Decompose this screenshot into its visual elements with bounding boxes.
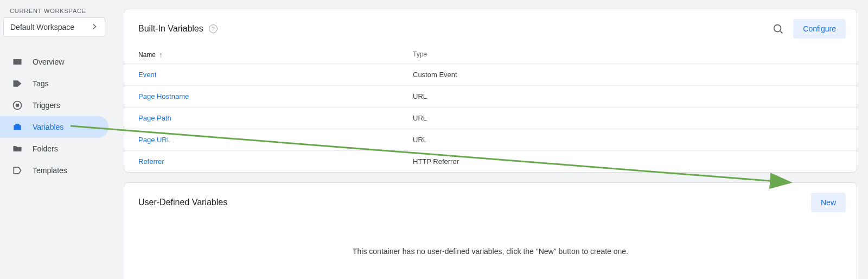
sidebar-item-templates[interactable]: Templates [0,160,108,181]
table-row[interactable]: Page URL URL [124,129,857,151]
variable-name-link[interactable]: Event [138,71,413,79]
sidebar-item-tags[interactable]: Tags [0,73,108,94]
trigger-icon [12,100,23,111]
table-row[interactable]: Page Hostname URL [124,86,857,107]
overview-icon [12,56,23,67]
sidebar-item-variables[interactable]: Variables [0,116,108,138]
variable-name-link[interactable]: Page URL [138,136,413,144]
main-content: Built-In Variables ? Configure Name ↑ Ty… [108,0,868,279]
variable-type: HTTP Referrer [413,157,843,166]
sidebar-item-label: Overview [33,58,64,66]
builtin-title: Built-In Variables [138,24,203,34]
table-row[interactable]: Event Custom Event [124,64,857,86]
variable-type: URL [413,136,843,144]
svg-point-3 [774,25,781,32]
empty-state-message: This container has no user-defined varia… [124,220,857,279]
configure-button[interactable]: Configure [793,19,846,39]
column-type-header[interactable]: Type [413,50,843,59]
svg-line-4 [780,31,782,33]
table-header: Name ↑ Type [124,46,857,64]
workspace-selector[interactable]: Default Workspace [3,17,105,37]
variable-name-link[interactable]: Page Hostname [138,92,413,100]
variable-type: Custom Event [413,71,843,79]
svg-rect-0 [14,59,22,65]
sort-ascending-icon: ↑ [159,50,163,59]
sidebar-item-label: Folders [33,144,58,153]
tag-icon [12,78,23,89]
sidebar-item-label: Templates [33,166,67,175]
workspace-name: Default Workspace [10,23,74,31]
variables-icon [12,122,23,132]
help-icon[interactable]: ? [209,24,218,33]
sidebar-item-folders[interactable]: Folders [0,138,108,160]
column-name-label: Name [138,51,156,59]
user-defined-title: User-Defined Variables [138,198,227,207]
builtin-variables-card: Built-In Variables ? Configure Name ↑ Ty… [124,9,857,173]
svg-point-2 [16,104,19,107]
variable-name-link[interactable]: Referrer [138,157,413,166]
sidebar-item-label: Variables [33,123,63,131]
sidebar: CURRENT WORKSPACE Default Workspace Over… [0,0,108,279]
sidebar-item-triggers[interactable]: Triggers [0,94,108,116]
workspace-section-label: CURRENT WORKSPACE [0,5,108,17]
table-row[interactable]: Page Path URL [124,107,857,129]
template-icon [12,165,23,176]
folder-icon [12,143,23,154]
table-row[interactable]: Referrer HTTP Referrer [124,151,857,172]
new-button[interactable]: New [811,193,846,212]
sidebar-item-overview[interactable]: Overview [0,51,108,73]
search-button[interactable] [768,19,788,39]
variable-type: URL [413,114,843,122]
column-name-header[interactable]: Name ↑ [138,50,413,59]
variable-name-link[interactable]: Page Path [138,114,413,122]
sidebar-item-label: Triggers [33,101,60,110]
variable-type: URL [413,92,843,100]
sidebar-item-label: Tags [33,79,49,88]
chevron-right-icon [90,22,99,33]
user-defined-variables-card: User-Defined Variables New This containe… [124,182,857,279]
nav: Overview Tags Triggers Variables [0,41,108,181]
